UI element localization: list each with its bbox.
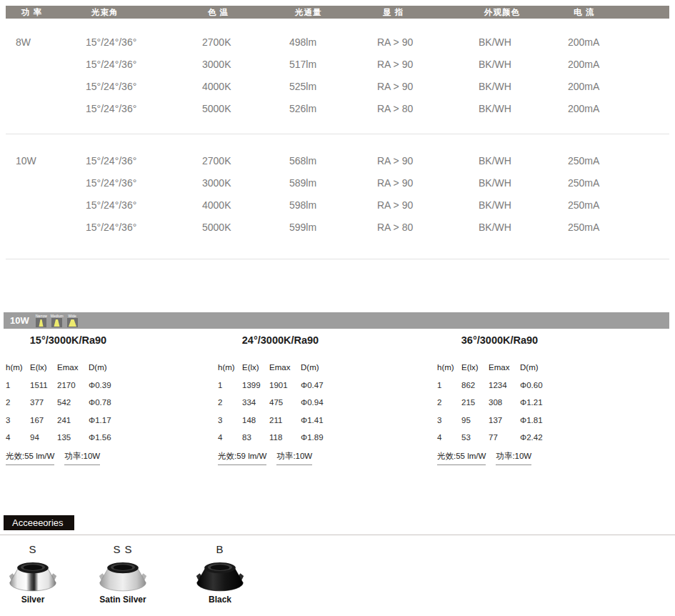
accessories-title-badge: Acceeeories — [4, 515, 74, 530]
power-value: 功率:10W — [496, 451, 531, 465]
pt-col-header: E(lx) — [461, 363, 489, 372]
pt-col-header: Emax — [489, 363, 520, 372]
beam-cone-icon — [51, 318, 62, 327]
spec-col-header-beam-angle: 光束角 — [91, 6, 119, 19]
spec-cell-cct: 2700K — [202, 34, 231, 50]
pt-cell: 95 — [461, 416, 489, 424]
spec-cell-flux: 526lm — [289, 101, 316, 116]
spec-cell-current: 200mA — [568, 34, 599, 50]
pt-col-header: h(m) — [6, 363, 30, 372]
photometric-table-grid: h(m)E(lx)EmaxD(m)18621234Φ0.602215308Φ1.… — [437, 363, 562, 442]
spec-cell-flux: 525lm — [289, 79, 316, 94]
pt-cell: 135 — [57, 433, 89, 442]
photometric-section-bar: 10W NarrowMediumWide — [4, 312, 669, 329]
pt-cell: 3 — [437, 416, 461, 424]
spec-row-8W-4: 15°/24°/36°5000K526lmRA > 80BK/WH200mA — [0, 101, 675, 116]
efficacy-value: 光效:55 lm/W — [6, 451, 54, 465]
spec-row-10W-4: 15°/24°/36°5000K599lmRA > 80BK/WH250mA — [0, 219, 675, 235]
spec-cell-appearance: BK/WH — [479, 56, 511, 72]
spec-cell-current: 200mA — [568, 79, 599, 94]
photometric-table-footer: 光效:59 lm/W功率:10W — [218, 451, 343, 465]
spec-cell-beam-angle: 15°/24°/36° — [86, 197, 136, 213]
pt-cell: Φ1.81 — [520, 416, 560, 424]
efficacy-value: 光效:59 lm/W — [218, 451, 266, 465]
spec-cell-beam-angle: 15°/24°/36° — [86, 34, 136, 50]
spec-cell-cct: 3000K — [202, 56, 231, 72]
pt-cell: 215 — [461, 398, 489, 407]
pt-cell: Φ0.47 — [301, 381, 341, 389]
pt-col-header: h(m) — [218, 363, 242, 372]
spec-cell-beam-angle: 15°/24°/36° — [86, 175, 136, 191]
spec-cell-current: 200mA — [568, 56, 599, 72]
spec-cell-flux: 599lm — [289, 219, 316, 235]
silver-reflector-ring-image — [6, 558, 59, 594]
pt-cell: Φ0.94 — [301, 398, 341, 407]
pt-col-header: D(m) — [520, 363, 560, 372]
pt-cell: Φ1.89 — [301, 433, 341, 442]
accessory-code: B — [187, 543, 253, 556]
spec-cell-beam-angle: 15°/24°/36° — [86, 101, 136, 116]
pt-cell: Φ0.39 — [89, 381, 129, 389]
spec-cell-cct: 3000K — [202, 175, 231, 191]
spec-cell-cri: RA > 90 — [377, 197, 413, 213]
pt-cell: 1 — [218, 381, 242, 389]
photometric-table-title: 15°/3000K/Ra90 — [6, 334, 131, 346]
pt-cell: 2 — [6, 398, 30, 407]
pt-cell: 137 — [489, 416, 520, 424]
pt-cell: 94 — [30, 433, 57, 442]
accessory-name: Black — [187, 595, 253, 605]
spec-cell-cct: 5000K — [202, 101, 231, 116]
photometric-power-label: 10W — [10, 315, 29, 326]
spec-cell-flux: 589lm — [289, 175, 316, 191]
spec-cell-cri: RA > 80 — [377, 101, 413, 116]
spec-cell-cri: RA > 90 — [377, 153, 413, 169]
spec-cell-appearance: BK/WH — [479, 34, 511, 50]
pt-cell: 862 — [461, 381, 489, 389]
pt-cell: 53 — [461, 433, 489, 442]
accessories-divider — [0, 535, 675, 535]
spec-cell-beam-angle: 15°/24°/36° — [86, 56, 136, 72]
section-divider-bottom — [6, 259, 669, 259]
pt-cell: Φ0.60 — [520, 381, 560, 389]
pt-col-header: E(lx) — [30, 363, 57, 372]
pt-cell: 377 — [30, 398, 57, 407]
pt-cell: 118 — [269, 433, 301, 442]
spec-cell-appearance: BK/WH — [479, 153, 511, 169]
spec-cell-cct: 2700K — [202, 153, 231, 169]
pt-cell: 2 — [437, 398, 461, 407]
accessory-black: BBlack — [187, 543, 253, 605]
beam-cone-icon — [36, 318, 46, 327]
spec-cell-cri: RA > 90 — [377, 175, 413, 191]
pt-col-header: Emax — [57, 363, 89, 372]
spec-cell-current: 250mA — [568, 175, 599, 191]
beam-angle-icons: NarrowMediumWide — [36, 312, 78, 329]
photometric-table-title: 36°/3000K/Ra90 — [437, 334, 562, 346]
pt-cell: 4 — [437, 433, 461, 442]
pt-col-header: Emax — [269, 363, 301, 372]
photometric-table-footer: 光效:55 lm/W功率:10W — [6, 451, 131, 465]
pt-cell: 1901 — [269, 381, 301, 389]
spec-col-header-cri: 显 指 — [383, 6, 404, 19]
spec-col-header-cct: 色 温 — [208, 6, 229, 19]
power-value: 功率:10W — [64, 451, 100, 465]
pt-cell: 3 — [6, 416, 30, 424]
efficacy-value: 光效:55 lm/W — [437, 451, 486, 465]
pt-cell: 542 — [57, 398, 89, 407]
accessory-name: Satin Silver — [90, 595, 156, 605]
pt-cell: 77 — [489, 433, 520, 442]
pt-col-header: E(lx) — [242, 363, 269, 372]
pt-cell: Φ1.41 — [301, 416, 341, 424]
spec-row-8W-3: 15°/24°/36°4000K525lmRA > 90BK/WH200mA — [0, 79, 675, 94]
pt-cell: 2 — [218, 398, 242, 407]
spec-col-header-flux: 光通量 — [295, 6, 322, 19]
pt-cell: Φ0.78 — [89, 398, 129, 407]
pt-cell: 148 — [242, 416, 269, 424]
section-divider-top — [6, 134, 669, 134]
photometric-table-2: 24°/3000K/Ra90h(m)E(lx)EmaxD(m)113991901… — [218, 334, 343, 465]
photometric-table-footer: 光效:55 lm/W功率:10W — [437, 451, 562, 465]
accessories-title: Acceeeories — [12, 517, 64, 528]
pt-cell: 2170 — [57, 381, 89, 389]
spec-cell-flux: 498lm — [289, 34, 316, 50]
spec-cell-appearance: BK/WH — [479, 175, 511, 191]
accessory-code: S S — [90, 543, 156, 556]
